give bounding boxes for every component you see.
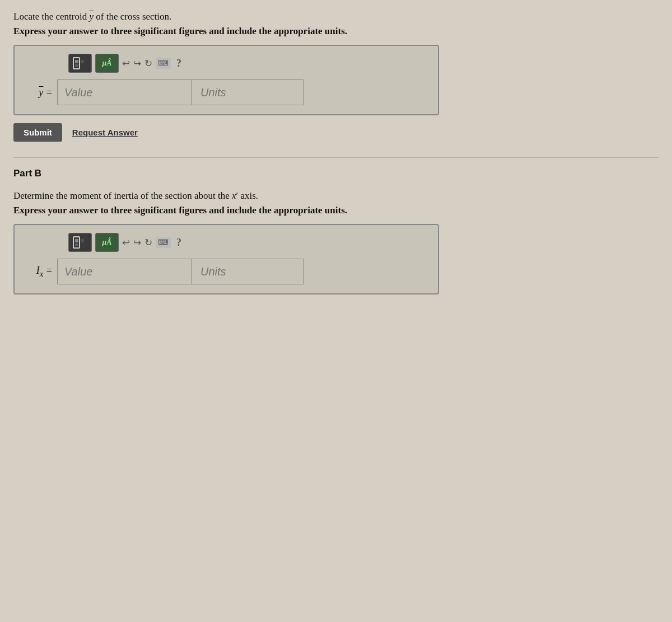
matrix-template-button[interactable] xyxy=(68,54,92,73)
part-b-line2: Express your answer to three significant… xyxy=(13,205,659,216)
part-a-var-label: y = xyxy=(24,87,57,99)
request-answer-link[interactable]: Request Answer xyxy=(72,128,138,137)
part-b-value-input[interactable] xyxy=(57,259,192,284)
submit-button[interactable]: Submit xyxy=(13,123,62,142)
part-b-input-row: Ix = xyxy=(24,259,429,284)
part-b-var-label: Ix = xyxy=(24,265,57,279)
section-divider xyxy=(13,157,659,158)
part-b-toolbar: μÂ ↩ ↪ ↻ ⌨ ? xyxy=(24,233,429,252)
part-a-input-row: y = xyxy=(24,79,429,105)
part-b-line1: Determine the moment of inertia of the s… xyxy=(13,190,659,202)
part-a-line2: Express your answer to three significant… xyxy=(13,26,659,37)
part-a-toolbar: μÂ ↩ ↪ ↻ ⌨ ? xyxy=(24,54,429,73)
help-button[interactable]: ? xyxy=(176,58,181,69)
part-b-help-button[interactable]: ? xyxy=(176,237,181,249)
part-b-refresh-button[interactable]: ↻ xyxy=(144,237,152,249)
part-b-matrix-template-button[interactable] xyxy=(68,233,92,252)
svg-rect-7 xyxy=(81,239,84,242)
part-a-line1: Locate the centroid y of the cross secti… xyxy=(13,11,659,22)
svg-rect-5 xyxy=(75,239,78,242)
mu-label: μÂ xyxy=(102,59,111,68)
part-b-undo-button[interactable]: ↩ xyxy=(122,237,130,249)
svg-rect-3 xyxy=(81,60,84,63)
svg-rect-6 xyxy=(75,244,78,246)
part-a-buttons: Submit Request Answer xyxy=(13,123,659,142)
svg-rect-2 xyxy=(75,64,78,67)
part-b-label: Part B xyxy=(13,168,659,179)
part-b-answer-box: μÂ ↩ ↪ ↻ ⌨ ? Ix = xyxy=(13,224,439,294)
svg-rect-1 xyxy=(75,60,78,63)
matrix-icon xyxy=(73,57,87,69)
part-a-answer-box: μÂ ↩ ↪ ↻ ⌨ ? y = xyxy=(13,45,439,115)
keyboard-button[interactable]: ⌨ xyxy=(156,58,171,69)
part-b-redo-button[interactable]: ↪ xyxy=(133,237,141,249)
undo-button[interactable]: ↩ xyxy=(122,58,130,69)
part-a-units-input[interactable] xyxy=(192,79,304,105)
redo-button[interactable]: ↪ xyxy=(133,58,141,69)
part-b-keyboard-button[interactable]: ⌨ xyxy=(156,237,171,248)
refresh-button[interactable]: ↻ xyxy=(144,58,152,69)
part-b-mu-button[interactable]: μÂ xyxy=(95,233,119,252)
part-a-value-input[interactable] xyxy=(57,79,192,105)
part-b-units-input[interactable] xyxy=(192,259,304,284)
mu-button[interactable]: μÂ xyxy=(95,54,119,73)
part-b-matrix-icon xyxy=(73,236,87,249)
part-b-mu-label: μÂ xyxy=(102,238,111,247)
